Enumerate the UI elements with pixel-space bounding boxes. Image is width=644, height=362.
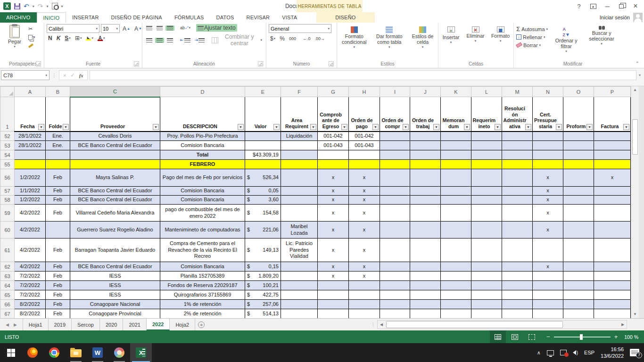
cell-H58[interactable]: x [349, 196, 380, 205]
column-header-O[interactable]: O [563, 87, 594, 97]
cell-L54[interactable] [471, 150, 502, 160]
tab-diseno-pagina[interactable]: DISEÑO DE PÁGINA [105, 12, 168, 23]
cell-O60[interactable] [563, 222, 594, 239]
cell-E60[interactable]: $221,06 [245, 222, 281, 239]
cell-B58[interactable]: Feb [46, 196, 70, 205]
insert-function-icon[interactable]: fx [79, 73, 83, 78]
cell-H65[interactable] [349, 290, 380, 300]
cell-B61[interactable]: Feb [46, 239, 70, 262]
cell-G61[interactable]: x [318, 239, 349, 262]
table-header-F[interactable]: Area Requirent▼ [281, 97, 318, 132]
new-sheet-button[interactable]: + [195, 319, 207, 330]
cell-C53[interactable]: BCE Banco Central del Ecuador [70, 141, 160, 150]
cell-A58[interactable]: 1/2/2022 [15, 196, 46, 205]
cell-E61[interactable]: $149,13 [245, 239, 281, 262]
cell-J57[interactable] [410, 187, 441, 196]
cell-L58[interactable] [471, 196, 502, 205]
cell-P67[interactable] [594, 309, 631, 319]
cell-O59[interactable] [563, 205, 594, 222]
cell-B57[interactable]: Feb [46, 187, 70, 196]
cell-I65[interactable] [380, 290, 410, 300]
cell-F53[interactable] [281, 141, 318, 150]
cell-G53[interactable]: 001-043 [318, 141, 349, 150]
prev-sheet-icon[interactable]: ◀ [6, 322, 9, 327]
cell-M62[interactable] [502, 262, 533, 272]
cell-K64[interactable] [441, 281, 471, 290]
cell-I58[interactable] [380, 196, 410, 205]
cell-D60[interactable]: Mantenimineto de computadoras [160, 222, 245, 239]
table-header-P[interactable]: Factura▼ [594, 97, 631, 132]
cell-A66[interactable]: 8/2/2022 [15, 300, 46, 309]
expand-formula-bar-icon[interactable]: ▾ [636, 73, 643, 77]
cell-G58[interactable]: x [318, 196, 349, 205]
cell-M53[interactable] [502, 141, 533, 150]
cell-O57[interactable] [563, 187, 594, 196]
cell-N52[interactable] [533, 132, 563, 141]
table-header-M[interactable]: Resolución Administrativa▼ [502, 97, 533, 132]
filter-dropdown-H[interactable]: ▼ [372, 124, 379, 130]
save-icon[interactable] [14, 3, 20, 9]
cell-styles-button[interactable]: Estilos de celda▾ [410, 25, 436, 49]
row-header-63[interactable]: 63 [0, 272, 15, 281]
cell-K66[interactable] [441, 300, 471, 309]
taskbar-paint[interactable] [108, 343, 130, 362]
filter-dropdown-O[interactable]: ▼ [586, 124, 593, 130]
cell-K57[interactable] [441, 187, 471, 196]
cell-H64[interactable] [349, 281, 380, 290]
cell-P62[interactable] [594, 262, 631, 272]
sheet-tab-hoja1[interactable]: Hoja1 [23, 319, 49, 330]
filter-dropdown-E[interactable]: ▼ [273, 124, 280, 130]
cell-N67[interactable] [533, 309, 563, 319]
cell-J52[interactable] [410, 132, 441, 141]
cut-button[interactable]: ✂ [28, 25, 37, 33]
italic-button[interactable]: K [55, 34, 62, 42]
row-header-60[interactable]: 60 [0, 222, 15, 239]
cell-L66[interactable] [471, 300, 502, 309]
cell-I53[interactable] [380, 141, 410, 150]
cell-A61[interactable]: 4/2/2022 [15, 239, 46, 262]
table-header-I[interactable]: Orden de compr▼ [380, 97, 410, 132]
font-color-button[interactable]: A▾ [96, 35, 107, 41]
tab-formulas[interactable]: FÓRMULAS [168, 12, 210, 23]
cell-A54[interactable] [15, 150, 46, 160]
cell-C59[interactable]: Villarreal Cedeño Maria Alexandra [70, 205, 160, 222]
cell-L60[interactable] [471, 222, 502, 239]
cell-B59[interactable]: Feb [46, 205, 70, 222]
merge-center-button[interactable]: Combinar y centrar▾ [210, 33, 264, 47]
collapse-ribbon-button[interactable]: ⌃ [636, 61, 639, 66]
cell-J61[interactable] [410, 239, 441, 262]
column-header-D[interactable]: D [160, 87, 245, 97]
filter-dropdown-C[interactable]: ▼ [153, 124, 159, 130]
increase-decimal-button[interactable]: ←.0 [301, 36, 312, 41]
sheet-tab-2019[interactable]: 2019 [49, 319, 72, 330]
cell-C66[interactable]: Conagopare Nacional [70, 300, 160, 309]
cell-L55[interactable] [471, 160, 502, 169]
cell-N55[interactable] [533, 160, 563, 169]
cell-D67[interactable]: 2% de retención [160, 309, 245, 319]
cell-P53[interactable] [594, 141, 631, 150]
name-box[interactable]: C78▾ [1, 70, 50, 80]
table-header-C[interactable]: Proveedor▼ [70, 97, 160, 132]
delete-cells-button[interactable]: ✕ Eliminar▾ [465, 25, 486, 43]
cell-C54[interactable] [70, 150, 160, 160]
cell-C56[interactable]: Mayra Salinas P. [70, 169, 160, 187]
cell-L52[interactable] [471, 132, 502, 141]
cell-B54[interactable] [46, 150, 70, 160]
cell-G52[interactable]: 001-042 [318, 132, 349, 141]
row-header-59[interactable]: 59 [0, 205, 15, 222]
cell-F65[interactable] [281, 290, 318, 300]
cell-F60[interactable]: Maribel Lozada [281, 222, 318, 239]
cell-B53[interactable]: Ene. [46, 141, 70, 150]
align-right-button[interactable] [165, 38, 174, 43]
align-middle-button[interactable] [155, 25, 164, 31]
cell-E66[interactable]: $257,06 [245, 300, 281, 309]
cell-P61[interactable] [594, 239, 631, 262]
align-center-button[interactable] [155, 38, 164, 43]
table-header-D[interactable]: DESCRIPCION▼ [160, 97, 245, 132]
cell-G65[interactable] [318, 290, 349, 300]
normal-view-button[interactable] [490, 330, 506, 343]
cell-A62[interactable]: 4/2/2022 [15, 262, 46, 272]
cell-N62[interactable]: x [533, 262, 563, 272]
row-header-62[interactable]: 62 [0, 262, 15, 272]
cell-M64[interactable] [502, 281, 533, 290]
